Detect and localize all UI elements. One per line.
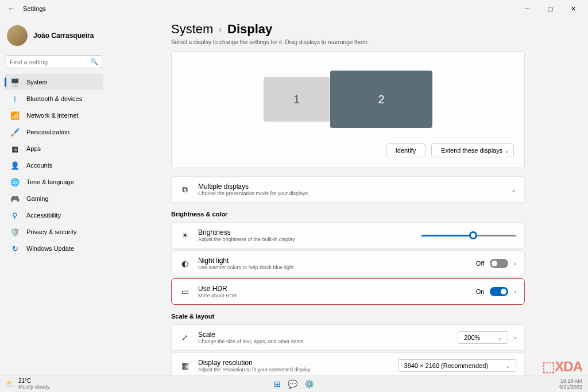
- chevron-right-icon: ›: [514, 334, 516, 341]
- night-icon: ◐: [180, 259, 190, 268]
- extend-dropdown[interactable]: Extend these displays: [431, 143, 514, 157]
- window-title: Settings: [23, 5, 46, 12]
- sidebar-item-personalization[interactable]: 🖌️Personalization: [5, 124, 103, 140]
- hdr-icon: ▭: [180, 287, 190, 296]
- titlebar: ← Settings ─ ▢ ✕: [0, 0, 588, 17]
- update-icon: ↻: [10, 244, 20, 253]
- search-input[interactable]: [10, 59, 90, 65]
- sidebar-item-time[interactable]: 🌐Time & language: [5, 174, 103, 190]
- scale-icon: ⤢: [180, 333, 190, 342]
- chevron-right-icon: ›: [514, 260, 516, 267]
- row-scale[interactable]: ⤢ Scale Change the size of text, apps, a…: [171, 324, 525, 351]
- sidebar-item-privacy[interactable]: 🛡️Privacy & security: [5, 224, 103, 240]
- profile-name: João Carrasqueira: [33, 32, 94, 40]
- breadcrumb-current: Display: [227, 22, 272, 37]
- apps-icon: ▦: [10, 144, 20, 153]
- row-brightness: ☀ Brightness Adjust the brightness of th…: [171, 222, 525, 249]
- settings-task-icon[interactable]: ⚙️: [304, 379, 314, 389]
- profile[interactable]: João Carrasqueira: [2, 22, 106, 49]
- back-button[interactable]: ←: [5, 2, 18, 15]
- monitor-canvas[interactable]: 1 2: [182, 62, 514, 137]
- weather-icon: ⛅: [6, 379, 15, 388]
- sidebar-item-system[interactable]: 🖥️System: [5, 74, 103, 90]
- taskbar[interactable]: ⛅ 21°C Mostly cloudy ⊞ 💬 ⚙️ 10:18 AM 9/2…: [0, 375, 588, 392]
- row-hdr[interactable]: ▭ Use HDR More about HDR On ›: [171, 278, 525, 305]
- minimize-button[interactable]: ─: [521, 5, 533, 13]
- page-subtitle: Select a display to change the settings …: [171, 39, 525, 45]
- system-icon: 🖥️: [10, 77, 20, 87]
- display-arrangement: 1 2 Identify Extend these displays: [171, 51, 525, 168]
- breadcrumb: System › Display: [171, 22, 525, 37]
- search-box[interactable]: 🔍: [6, 55, 102, 68]
- sidebar-item-gaming[interactable]: 🎮Gaming: [5, 191, 103, 207]
- row-resolution[interactable]: ▦ Display resolution Adjust the resoluti…: [171, 352, 525, 375]
- window-controls: ─ ▢ ✕: [521, 5, 583, 13]
- start-button[interactable]: ⊞: [274, 379, 281, 389]
- sidebar-item-network[interactable]: 📶Network & internet: [5, 107, 103, 123]
- sidebar-item-bluetooth[interactable]: ᛒBluetooth & devices: [5, 91, 103, 107]
- shield-icon: 🛡️: [10, 227, 20, 236]
- main-content: System › Display Select a display to cha…: [108, 17, 588, 375]
- sidebar-item-update[interactable]: ↻Windows Update: [5, 240, 103, 257]
- sidebar-item-accounts[interactable]: 👤Accounts: [5, 157, 103, 173]
- row-multiple-displays[interactable]: ⧉ Multiple displays Choose the presentat…: [171, 176, 525, 203]
- monitor-2[interactable]: 2: [330, 71, 432, 128]
- chevron-right-icon: ›: [219, 25, 222, 34]
- chevron-right-icon: ›: [514, 288, 516, 295]
- row-night-light[interactable]: ◐ Night light Use warmer colors to help …: [171, 250, 525, 277]
- bluetooth-icon: ᛒ: [10, 94, 20, 103]
- taskbar-clock[interactable]: 10:18 AM 9/21/2022: [559, 378, 582, 390]
- section-brightness-color: Brightness & color: [171, 211, 525, 218]
- scale-dropdown[interactable]: 200%: [458, 331, 508, 344]
- xda-watermark: ⬚XDA: [542, 359, 582, 375]
- hdr-toggle[interactable]: [490, 287, 508, 296]
- taskbar-weather[interactable]: ⛅ 21°C Mostly cloudy: [6, 378, 50, 390]
- wifi-icon: 📶: [10, 111, 20, 120]
- maximize-button[interactable]: ▢: [544, 5, 556, 13]
- accessibility-icon: ⚲: [10, 211, 20, 220]
- section-scale-layout: Scale & layout: [171, 313, 525, 320]
- sun-icon: ☀: [180, 231, 190, 240]
- clock-icon: 🌐: [10, 177, 20, 187]
- brightness-slider[interactable]: [421, 235, 516, 236]
- brush-icon: 🖌️: [10, 127, 20, 137]
- identify-button[interactable]: Identify: [386, 143, 425, 157]
- breadcrumb-parent[interactable]: System: [171, 22, 213, 37]
- monitor-1[interactable]: 1: [264, 77, 330, 122]
- search-icon: 🔍: [90, 58, 98, 65]
- close-button[interactable]: ✕: [567, 5, 579, 13]
- person-icon: 👤: [10, 161, 20, 170]
- chat-icon[interactable]: 💬: [288, 379, 297, 389]
- sidebar-item-accessibility[interactable]: ⚲Accessibility: [5, 207, 103, 223]
- displays-icon: ⧉: [180, 185, 190, 195]
- resolution-dropdown[interactable]: 3840 × 2160 (Recommended): [398, 359, 516, 372]
- gaming-icon: 🎮: [10, 194, 20, 203]
- sidebar: João Carrasqueira 🔍 🖥️System ᛒBluetooth …: [0, 17, 108, 375]
- night-light-toggle[interactable]: [490, 259, 508, 268]
- avatar: [7, 25, 28, 46]
- chevron-down-icon: ⌄: [511, 186, 516, 193]
- resolution-icon: ▦: [180, 361, 190, 370]
- slider-thumb[interactable]: [469, 231, 477, 239]
- sidebar-item-apps[interactable]: ▦Apps: [5, 141, 103, 157]
